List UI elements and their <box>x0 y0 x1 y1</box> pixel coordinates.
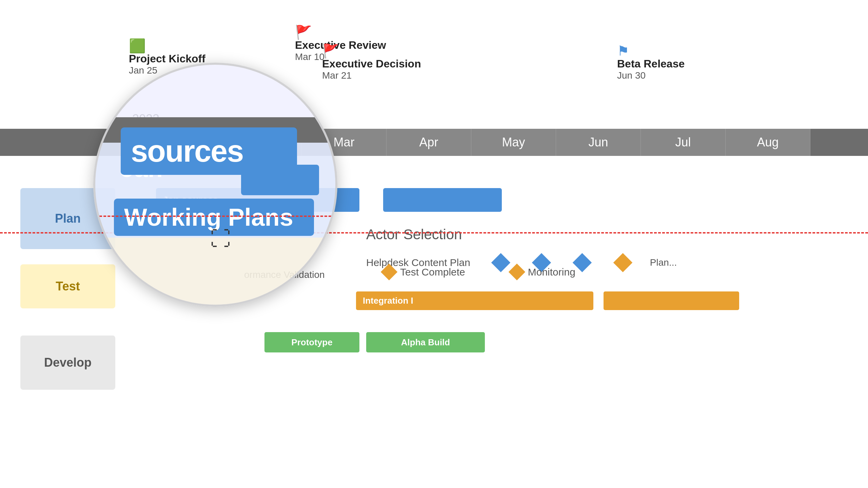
bar-plan-secondary[interactable] <box>383 188 502 212</box>
milestone-title: Project Kickoff <box>129 53 205 65</box>
test-complete-label: Test Complete <box>400 266 465 278</box>
mag-blue-bar-small <box>241 165 319 195</box>
month-may: May <box>471 129 556 156</box>
prototype-label: Prototype <box>291 337 332 348</box>
bar-prototype[interactable]: Prototype <box>264 332 359 352</box>
integration-label: Integration I <box>363 296 413 306</box>
integration-bar-2 <box>604 291 739 310</box>
month-aug: Aug <box>726 129 810 156</box>
diamond-test-icon <box>381 264 397 280</box>
alpha-label: Alpha Build <box>401 337 450 348</box>
contractor-selection-label: Actor Selection <box>366 226 462 243</box>
blue-flag-icon: ⚑ <box>617 44 629 58</box>
plan-label: Plan... <box>650 257 677 268</box>
milestone-date: Jun 30 <box>617 70 646 81</box>
diamond-monitoring-icon <box>509 264 525 280</box>
milestone-date: Mar 10 <box>295 52 324 62</box>
green-flag-icon: 🟩 <box>129 39 146 53</box>
month-jul: Jul <box>641 129 726 156</box>
mag-dashed-line <box>95 216 335 217</box>
milestone-title: Beta Release <box>617 58 685 70</box>
bar-alpha-build[interactable]: Alpha Build <box>366 332 485 352</box>
month-apr: Apr <box>387 129 471 156</box>
row-label-develop: Develop <box>20 336 115 390</box>
magnifier-content: Jan sources Working Plans <box>95 65 335 305</box>
magnifier-overlay: Jan sources Working Plans <box>93 63 337 307</box>
milestone-executive-decision: 🚩 Executive Decision Mar 21 <box>322 44 421 81</box>
test-complete-row: Test Complete Monitoring <box>383 266 575 278</box>
flag-icon: 🚩 <box>295 25 312 39</box>
milestone-title: Executive Decision <box>322 58 421 70</box>
flag-icon: 🚩 <box>322 44 339 58</box>
month-jun: Jun <box>556 129 641 156</box>
mag-working-plans-text: Working Plans <box>124 203 293 231</box>
move-cursor-icon: ⛶ <box>210 227 231 250</box>
diamond-icon-3 <box>573 253 592 272</box>
mag-sources-text: sources <box>131 134 243 169</box>
milestone-beta-release: ⚑ Beta Release Jun 30 <box>617 44 685 81</box>
monitoring-label: Monitoring <box>528 266 575 278</box>
diamond-icon-4 <box>613 253 633 272</box>
integration-bar-1[interactable]: Integration I <box>356 291 593 310</box>
